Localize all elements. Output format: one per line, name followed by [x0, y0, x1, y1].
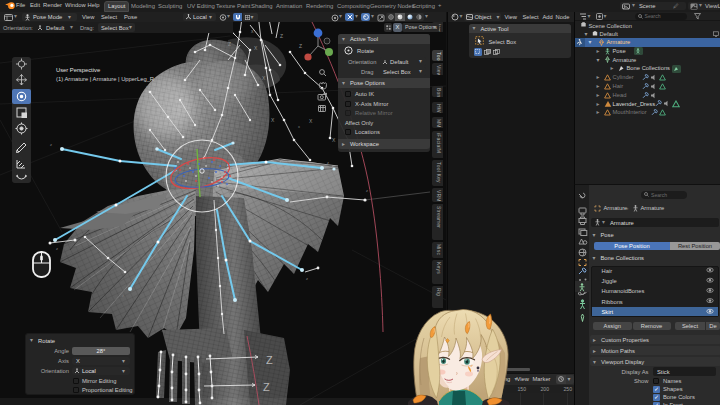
- svg-text:z: z: [327, 160, 329, 165]
- svg-text:x: x: [238, 304, 240, 309]
- svg-text:z: z: [306, 276, 308, 281]
- svg-text:z: z: [50, 142, 52, 147]
- svg-text:z: z: [56, 246, 58, 251]
- svg-text:z: z: [190, 129, 192, 134]
- svg-text:Z: Z: [228, 41, 231, 47]
- svg-text:z: z: [152, 142, 154, 147]
- svg-text:Z: Z: [146, 85, 149, 91]
- svg-text:Z: Z: [280, 33, 283, 39]
- svg-text:Z: Z: [266, 354, 273, 366]
- svg-text:Z: Z: [299, 43, 302, 49]
- svg-text:z: z: [122, 293, 124, 298]
- svg-text:z: z: [366, 188, 368, 193]
- svg-text:Z: Z: [263, 381, 270, 393]
- svg-text:x: x: [298, 124, 300, 129]
